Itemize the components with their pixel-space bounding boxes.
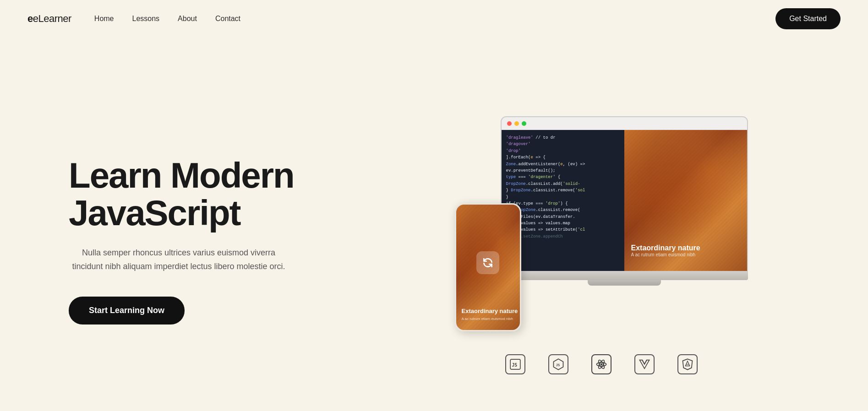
svg-point-3: [600, 363, 602, 366]
dot-yellow: [514, 121, 519, 126]
nav-link-about[interactable]: About: [178, 15, 197, 22]
hero-title-line2: JavaScript: [69, 193, 240, 233]
laptop-stand: [588, 280, 661, 286]
nature-panel: Extaordinary nature A ac rutrum etiam eu…: [624, 130, 747, 271]
hero-right: 'dragleave' // to dr 'dragover' 'drop' ]…: [334, 65, 841, 411]
laptop-nature-subtitle: A ac rutrum etiam euismod nibh: [631, 252, 700, 257]
hero-title-line1: Learn Modern: [69, 155, 294, 195]
laptop-screen: 'dragleave' // to dr 'dragover' 'drop' ]…: [501, 116, 748, 272]
svg-text:JS: JS: [556, 363, 559, 367]
react-icon: [591, 354, 611, 374]
get-started-button[interactable]: Get Started: [775, 8, 841, 29]
nodejs-icon: JS: [548, 354, 568, 374]
dot-green: [522, 121, 526, 126]
vue-icon: [634, 354, 655, 374]
angular-icon: [677, 354, 698, 374]
phone-caption: Extaordinary nature A ac rutrum etiam eu…: [462, 308, 518, 321]
js-icon: JS: [505, 354, 525, 374]
angular-svg: [681, 358, 694, 371]
laptop-nature-title: Extaordinary nature: [631, 244, 700, 252]
react-svg: [595, 358, 608, 371]
start-learning-button[interactable]: Start Learning Now: [69, 297, 185, 324]
laptop-titlebar: [502, 117, 747, 130]
phone-caption-subtitle: A ac rutrum etiam euismod nibh: [462, 317, 518, 321]
logo[interactable]: eeLearner: [27, 13, 71, 25]
nav-link-contact[interactable]: Contact: [215, 15, 240, 22]
phone-content: Extaordinary nature A ac rutrum etiam eu…: [456, 205, 520, 330]
refresh-icon: [476, 251, 499, 274]
phone-caption-title: Extaordinary nature: [462, 308, 518, 315]
hero-title: Learn Modern JavaScript: [69, 157, 316, 232]
js-svg: JS: [509, 358, 521, 370]
nav-links: Home Lessons About Contact: [94, 15, 240, 23]
nav-item-lessons[interactable]: Lessons: [132, 15, 160, 23]
phone-mockup: Extaordinary nature A ac rutrum etiam eu…: [455, 203, 521, 331]
hero-section: Learn Modern JavaScript Nulla semper rho…: [0, 38, 868, 411]
laptop-nature-caption: Extaordinary nature A ac rutrum etiam eu…: [631, 244, 700, 257]
tech-icons-row: JS JS: [505, 354, 698, 374]
nav-item-about[interactable]: About: [178, 15, 197, 23]
vue-svg: [638, 358, 651, 371]
laptop-content: 'dragleave' // to dr 'dragover' 'drop' ]…: [502, 130, 747, 271]
nav-link-lessons[interactable]: Lessons: [132, 15, 160, 22]
hero-subtitle: Nulla semper rhoncus ultrices varius eui…: [69, 246, 289, 274]
laptop-base: [501, 272, 748, 280]
nav-item-home[interactable]: Home: [94, 15, 114, 23]
nav-link-home[interactable]: Home: [94, 15, 114, 22]
devices-wrapper: 'dragleave' // to dr 'dragover' 'drop' ]…: [455, 107, 748, 345]
laptop-mockup: 'dragleave' // to dr 'dragover' 'drop' ]…: [501, 116, 748, 290]
nav-item-contact[interactable]: Contact: [215, 15, 240, 23]
refresh-svg: [482, 257, 494, 269]
hero-left: Learn Modern JavaScript Nulla semper rho…: [69, 157, 334, 324]
navbar: eeLearner Home Lessons About Contact Get…: [0, 0, 868, 38]
dot-red: [507, 121, 512, 126]
nodejs-svg: JS: [552, 358, 565, 371]
svg-text:JS: JS: [512, 362, 517, 368]
nav-right: Get Started: [775, 8, 841, 29]
